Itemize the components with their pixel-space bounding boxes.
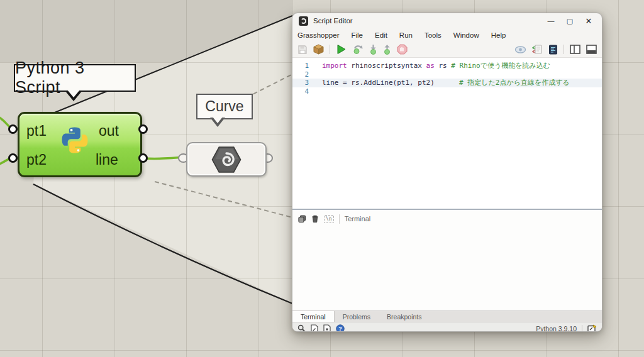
- token-addline-statement: line = rs.AddLine(pt1, pt2): [322, 79, 435, 87]
- port-pt1[interactable]: [8, 124, 18, 134]
- split-vertical-icon[interactable]: [570, 45, 580, 54]
- port-out[interactable]: [138, 124, 148, 134]
- panel-bottom-icon[interactable]: [586, 45, 597, 54]
- line-number: 1: [292, 62, 309, 70]
- python-logo-icon: [60, 126, 89, 155]
- search-icon[interactable]: [297, 324, 306, 332]
- menu-tools[interactable]: Tools: [425, 31, 441, 39]
- copy-output-icon[interactable]: [298, 215, 306, 223]
- log-document-icon[interactable]: [548, 45, 558, 55]
- run-icon[interactable]: [336, 44, 347, 55]
- port-pt2[interactable]: [8, 153, 18, 163]
- code-editor[interactable]: 1 import rhinoscriptsyntax as rs # Rhino…: [292, 58, 602, 209]
- terminal-output[interactable]: [292, 228, 602, 310]
- bottom-tabs: Terminal Problems Breakpoints: [292, 310, 602, 322]
- comment-line-3: # 指定した2点から直線を作成する: [459, 79, 570, 87]
- token-alias: rs: [435, 62, 452, 70]
- window-title: Script Editor: [313, 17, 353, 25]
- dashed-line-top: [247, 74, 292, 97]
- dashed-line-bottom: [155, 182, 292, 217]
- curve-callout-label: Curve: [205, 98, 243, 115]
- help-icon[interactable]: ?: [336, 324, 345, 332]
- toolbar: [292, 41, 602, 58]
- code-line-3: 3 line = rs.AddLine(pt1, pt2)# 指定した2点から直…: [292, 79, 602, 87]
- input-pt1-label: pt1: [26, 123, 47, 140]
- save-icon[interactable]: [297, 45, 308, 55]
- curve-callout: Curve: [196, 94, 253, 119]
- output-out-label: out: [99, 123, 119, 140]
- menu-edit[interactable]: Edit: [375, 31, 387, 39]
- line-number: 3: [292, 79, 309, 87]
- script-editor-app-icon: [299, 16, 308, 26]
- token-module: rhinoscriptsyntax: [347, 62, 426, 70]
- output-line-label: line: [96, 151, 118, 168]
- curve-callout-tail-fill: [213, 117, 223, 123]
- python-callout-tail-fill: [67, 90, 80, 97]
- menu-run[interactable]: Run: [399, 31, 413, 39]
- maximize-button[interactable]: ▢: [560, 14, 579, 27]
- terminal-header: \n Terminal: [292, 210, 602, 228]
- tab-breakpoints[interactable]: Breakpoints: [379, 311, 430, 322]
- preview-eye-icon[interactable]: [514, 45, 526, 54]
- tab-problems[interactable]: Problems: [335, 311, 379, 322]
- callout-line-bottom: [33, 184, 292, 304]
- line-number: 4: [292, 87, 309, 96]
- script-editor-window: Script Editor — ▢ ✕ Grasshopper File Edi…: [292, 13, 602, 332]
- comment-line-1: # Rhinoで使う機能を読み込む: [451, 62, 550, 70]
- minimize-button[interactable]: —: [541, 14, 560, 27]
- titlebar[interactable]: Script Editor — ▢ ✕: [292, 13, 602, 28]
- terminal-header-label: Terminal: [345, 215, 371, 222]
- script-template-icon[interactable]: [323, 324, 331, 332]
- python-version-label: Python 3.9.10: [536, 325, 577, 332]
- diff-document-icon[interactable]: [532, 44, 543, 55]
- newline-toggle-icon[interactable]: \n: [324, 215, 334, 223]
- step-into-icon[interactable]: [369, 44, 377, 55]
- tab-terminal[interactable]: Terminal: [292, 311, 335, 322]
- package-icon[interactable]: [313, 44, 324, 55]
- step-out-icon[interactable]: [383, 44, 391, 55]
- token-import: import: [322, 62, 347, 70]
- clear-terminal-icon[interactable]: [311, 215, 319, 223]
- statusbar: ? Python 3.9.10: [292, 322, 602, 332]
- grasshopper-canvas: Python 3 Script pt1 pt2 out line Curve S…: [0, 0, 644, 357]
- svg-text:?: ?: [338, 326, 342, 332]
- menu-grasshopper[interactable]: Grasshopper: [297, 31, 339, 39]
- menu-file[interactable]: File: [351, 31, 363, 39]
- restart-icon[interactable]: [352, 44, 364, 55]
- menu-window[interactable]: Window: [453, 31, 479, 39]
- python-script-callout: Python 3 Script: [14, 64, 136, 92]
- code-line-1: 1 import rhinoscriptsyntax as rs # Rhino…: [292, 62, 602, 70]
- curve-hexagon-icon: [211, 145, 242, 174]
- code-line-4: 4: [292, 87, 602, 96]
- input-pt2-label: pt2: [26, 151, 47, 168]
- curve-component[interactable]: [186, 142, 267, 177]
- menubar: Grasshopper File Edit Run Tools Window H…: [292, 28, 602, 41]
- close-button[interactable]: ✕: [579, 14, 598, 27]
- line-number: 2: [292, 70, 309, 79]
- code-line-2: 2: [292, 70, 602, 79]
- port-line[interactable]: [138, 153, 148, 163]
- new-script-icon[interactable]: [311, 324, 318, 332]
- menu-help[interactable]: Help: [491, 31, 506, 39]
- float-window-icon[interactable]: [587, 324, 597, 332]
- token-as: as: [426, 62, 435, 70]
- stop-icon[interactable]: [397, 44, 408, 55]
